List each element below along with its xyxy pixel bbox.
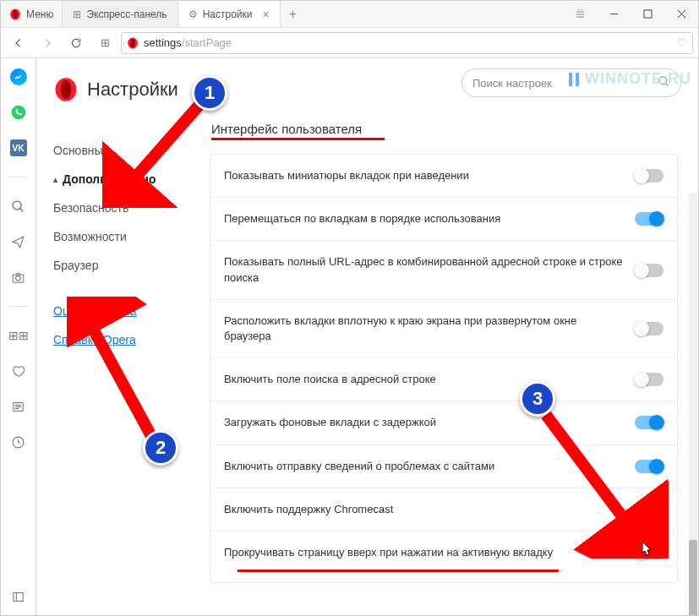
svg-point-1 <box>13 9 18 19</box>
speed-dial-icon: ⊞ <box>73 8 81 20</box>
chevron-up-icon: ▴ <box>53 175 57 184</box>
annotation-badge-3: 3 <box>520 381 555 417</box>
close-button[interactable] <box>664 1 698 27</box>
svg-rect-11 <box>14 592 23 601</box>
speed-dial-button[interactable]: ⊞ <box>92 31 117 55</box>
scrollbar-thumb[interactable] <box>689 540 697 615</box>
setting-label: Включить поле поиска в адресной строке <box>224 372 626 387</box>
tab-settings[interactable]: ⚙ Настройки × <box>178 1 281 27</box>
svg-point-4 <box>130 38 135 47</box>
nav-features[interactable]: Возможности <box>53 222 198 251</box>
send-icon[interactable] <box>10 233 27 250</box>
toolbar: ⊞ settings/startPage ♡ <box>1 28 698 58</box>
setting-row[interactable]: Перемещаться по вкладкам в порядке испол… <box>210 198 677 241</box>
back-button[interactable] <box>6 31 31 55</box>
setting-row[interactable]: Показывать полный URL-адрес в комбиниров… <box>210 241 677 299</box>
forward-button[interactable] <box>35 31 60 55</box>
new-tab-button[interactable]: + <box>281 1 305 27</box>
sidebar: VK ⊞⊞ <box>1 58 36 615</box>
setting-row[interactable]: Включить поле поиска в адресной строке <box>210 358 677 401</box>
news-icon[interactable] <box>10 398 27 415</box>
setting-label: Расположить вкладки вплотную к краю экра… <box>224 313 626 344</box>
titlebar: Меню ⊞ Экспресс-панель ⚙ Настройки × + <box>1 1 698 28</box>
setting-label: Перемещаться по вкладкам в порядке испол… <box>224 211 626 226</box>
svg-point-5 <box>11 106 25 120</box>
window-menu-button[interactable] <box>563 1 597 27</box>
messenger-icon[interactable] <box>10 68 27 85</box>
toggle[interactable] <box>635 169 664 183</box>
vk-icon[interactable]: VK <box>10 139 27 156</box>
svg-line-17 <box>546 415 635 533</box>
window-controls <box>563 1 698 27</box>
reload-button[interactable] <box>63 31 89 55</box>
tab-strip: ⊞ Экспресс-панель ⚙ Настройки × + <box>63 1 563 27</box>
bookmark-icon[interactable]: ♡ <box>677 36 687 49</box>
toggle[interactable] <box>635 264 664 277</box>
history-icon[interactable] <box>10 433 27 450</box>
menu-label: Меню <box>26 8 53 20</box>
address-bar[interactable]: settings/startPage ♡ <box>121 32 693 54</box>
setting-label: Показывать миниатюры вкладок при наведен… <box>224 168 626 183</box>
gear-icon: ⚙ <box>188 8 198 20</box>
toggle[interactable] <box>635 322 664 335</box>
annotation-badge-2: 2 <box>143 430 178 466</box>
toggle[interactable] <box>635 373 664 386</box>
nav-browser[interactable]: Браузер <box>53 251 198 280</box>
whatsapp-icon[interactable] <box>10 104 27 121</box>
annotation-arrow <box>533 406 669 559</box>
opera-small-icon <box>127 37 139 49</box>
annotation-arrow <box>67 297 168 449</box>
svg-point-8 <box>16 275 21 281</box>
tab-express-panel[interactable]: ⊞ Экспресс-панель <box>63 1 177 27</box>
svg-point-13 <box>61 80 72 100</box>
section-title: Интерфейс пользователя <box>211 122 678 140</box>
setting-row[interactable]: Показывать миниатюры вкладок при наведен… <box>210 155 677 198</box>
toggle[interactable] <box>635 212 664 226</box>
opera-logo-icon <box>53 77 79 102</box>
watermark: WINNOTE.RU <box>569 70 691 88</box>
heart-icon[interactable] <box>10 363 27 379</box>
annotation-underline <box>238 570 559 572</box>
camera-icon[interactable] <box>10 269 27 286</box>
tab-label: Экспресс-панель <box>86 8 167 20</box>
search-placeholder: Поиск настроек <box>472 77 552 90</box>
menu-button[interactable]: Меню <box>1 1 63 27</box>
minimize-button[interactable] <box>597 1 631 27</box>
opera-logo-icon <box>9 8 21 20</box>
svg-point-6 <box>13 201 21 210</box>
maximize-button[interactable] <box>631 1 664 27</box>
annotation-badge-1: 1 <box>192 75 227 111</box>
close-tab-icon[interactable]: × <box>262 8 269 21</box>
grid-icon[interactable]: ⊞⊞ <box>10 327 27 344</box>
setting-label: Показывать полный URL-адрес в комбиниров… <box>224 254 626 285</box>
cursor-icon <box>637 540 654 560</box>
watermark-icon <box>569 73 582 86</box>
svg-line-15 <box>123 105 199 191</box>
search-icon[interactable] <box>10 198 27 215</box>
annotation-arrow <box>102 98 212 208</box>
tab-label: Настройки <box>203 8 253 20</box>
expand-sidebar-icon[interactable] <box>10 588 27 605</box>
url-text: settings/startPage <box>144 36 232 49</box>
svg-rect-2 <box>644 10 652 18</box>
setting-row[interactable]: Расположить вкладки вплотную к краю экра… <box>210 300 677 358</box>
annotation-underline <box>211 138 385 140</box>
svg-line-16 <box>84 312 151 436</box>
